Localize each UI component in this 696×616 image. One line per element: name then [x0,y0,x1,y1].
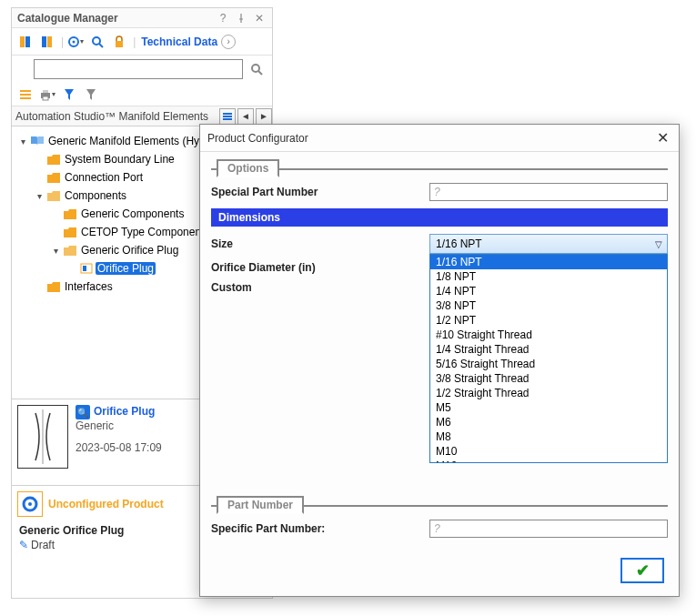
preview-thumbnail [17,405,68,469]
specific-part-label: Specific Part Number: [211,522,429,535]
size-option[interactable]: 3/8 NPT [430,298,667,313]
dialog-title: Product Configurator [207,132,653,145]
technical-data-link[interactable]: Technical Data [141,35,217,48]
size-option[interactable]: 1/2 Straight Thread [430,386,667,400]
magnifier-icon[interactable]: 🔍 [76,405,90,419]
size-value: 1/16 NPT [436,237,482,250]
size-option[interactable]: M5 [430,400,667,415]
folder-open-icon [46,189,61,202]
component-icon [79,262,94,275]
svg-rect-11 [20,90,31,92]
size-dropdown-list[interactable]: 1/16 NPT1/8 NPT1/4 NPT3/8 NPT1/2 NPT#10 … [429,254,668,463]
check-icon: ✔ [636,560,650,581]
svg-point-5 [73,40,76,43]
part-number-group: Part Number [211,496,668,516]
size-option[interactable]: 5/16 Straight Thread [430,357,667,371]
size-option[interactable]: 1/8 NPT [430,269,667,284]
lock-icon[interactable] [109,32,129,52]
svg-rect-12 [20,94,31,96]
catalog-icon-1[interactable] [15,32,35,52]
size-option[interactable]: 3/8 Straight Thread [430,371,667,386]
svg-line-7 [99,44,103,47]
search-icon[interactable] [87,32,107,52]
help-button[interactable]: ? [216,11,230,25]
folder-open-icon [63,244,77,257]
toolbar-main: | ▾ | Technical Data › [12,28,272,56]
svg-rect-21 [83,266,86,271]
size-option[interactable]: M6 [430,415,667,429]
search-input[interactable] [34,59,243,79]
panel-header: Catalogue Manager ? ✕ [12,8,272,28]
size-option[interactable]: M8 [430,429,667,444]
catalog-icon-2[interactable] [37,32,57,52]
breadcrumb-forward[interactable]: ► [256,108,272,125]
size-option[interactable]: M10 [430,444,667,459]
svg-point-9 [252,65,259,72]
dimensions-header: Dimensions [211,208,668,227]
svg-rect-2 [42,36,46,47]
gear-icon[interactable] [17,491,43,517]
svg-rect-13 [20,97,31,99]
orifice-label: Orifice Diameter (in) [211,261,429,274]
chevron-down-icon: ▽ [655,239,662,249]
svg-rect-0 [20,36,25,47]
special-part-row: Special Part Number [211,183,668,201]
svg-rect-1 [25,36,30,47]
svg-rect-18 [223,116,232,117]
options-group: Options [211,159,668,179]
specific-part-input[interactable] [429,520,668,538]
size-combo[interactable]: 1/16 NPT ▽ 1/16 NPT1/8 NPT1/4 NPT3/8 NPT… [429,234,668,254]
pin-button[interactable] [234,11,248,25]
svg-rect-16 [43,96,48,100]
svg-line-10 [258,71,262,75]
size-option[interactable]: 1/16 NPT [430,255,667,269]
folder-icon [63,226,77,238]
preview-title: Orifice Plug [94,405,155,418]
special-part-label: Special Part Number [211,186,429,198]
folder-icon [46,153,61,166]
folder-icon [46,171,61,184]
close-panel-button[interactable]: ✕ [252,11,267,25]
close-button[interactable]: ✕ [653,129,671,147]
breadcrumb-menu-icon[interactable] [219,108,236,125]
size-label: Size [211,237,429,250]
list-view-icon[interactable] [15,85,35,105]
technical-data-arrow[interactable]: › [221,35,236,49]
size-row: Size 1/16 NPT ▽ 1/16 NPT1/8 NPT1/4 NPT3/… [211,234,668,254]
filter-icon-2[interactable] [81,85,101,105]
svg-point-24 [28,502,32,506]
search-button[interactable] [247,59,267,79]
size-option[interactable]: M12 [430,459,667,463]
unconfigured-label: Unconfigured Product [48,498,164,510]
filter-icon-1[interactable] [59,85,79,105]
toolbar-secondary: ▾ [12,83,272,106]
svg-rect-15 [43,90,48,93]
search-row [12,56,272,83]
print-icon[interactable]: ▾ [37,85,57,105]
part-number-tab: Part Number [217,496,304,514]
breadcrumb-back[interactable]: ◄ [237,108,254,125]
specific-part-row: Specific Part Number: [211,520,668,538]
breadcrumb[interactable]: Automation Studio™ Manifold Elements [12,110,217,123]
svg-rect-8 [116,41,123,47]
svg-point-6 [93,37,100,45]
custom-label: Custom [211,281,429,294]
folder-icon [63,207,77,220]
dialog-header: Product Configurator ✕ [200,125,679,152]
folder-icon [46,280,61,293]
size-option[interactable]: 1/4 NPT [430,284,667,298]
options-tab: Options [217,159,279,177]
svg-rect-19 [223,118,232,120]
panel-title: Catalogue Manager [17,12,212,25]
size-option[interactable]: #10 Straight Thread [430,328,667,342]
svg-rect-17 [223,113,232,115]
size-option[interactable]: 1/2 NPT [430,313,667,328]
size-combo-box[interactable]: 1/16 NPT ▽ [429,234,668,254]
size-option[interactable]: 1/4 Straight Thread [430,342,667,357]
gear-dropdown-icon[interactable]: ▾ [66,32,86,52]
svg-rect-3 [47,36,52,47]
special-part-input[interactable] [429,183,668,201]
pencil-icon: ✎ [19,539,28,551]
book-icon [30,135,45,147]
ok-button[interactable]: ✔ [620,558,664,583]
